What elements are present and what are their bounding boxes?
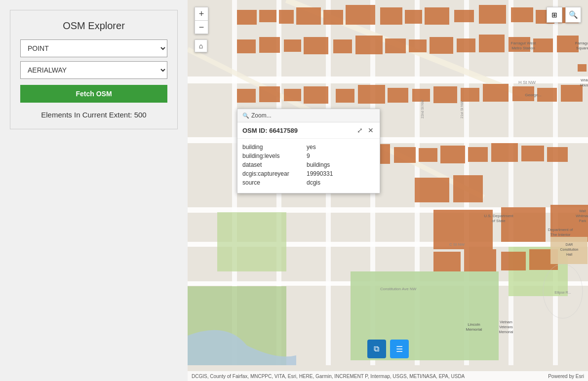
svg-text:C St NW: C St NW [449,242,465,247]
popup-header: OSM ID: 66417589 ⤢ ✕ [237,122,380,139]
svg-rect-30 [479,5,506,24]
svg-rect-73 [521,146,544,161]
popup-row-value: dcgis [307,179,320,186]
svg-rect-78 [415,178,449,202]
popup-close-button[interactable]: ✕ [367,126,375,134]
svg-rect-68 [394,147,416,163]
svg-rect-82 [501,252,526,270]
svg-rect-23 [296,7,321,25]
popup-row-key: building:levels [242,152,307,159]
svg-text:Memorial: Memorial [466,327,482,332]
fetch-osm-button[interactable]: Fetch OSM [20,85,167,103]
svg-text:White: White [581,78,588,82]
sidebar-panel: OSM Explorer POINT LINE POLYGON AERIALWA… [10,10,178,129]
osm-type-select[interactable]: AERIALWAY BUILDING HIGHWAY WATERWAY LAND… [20,61,167,79]
svg-rect-26 [380,7,402,25]
svg-text:Constitution Ave NW: Constitution Ave NW [380,287,417,291]
svg-rect-12 [509,0,513,365]
popup-row: dcgis:captureyear19990331 [242,169,375,178]
svg-rect-38 [333,39,352,53]
geometry-type-select[interactable]: POINT LINE POLYGON [20,39,167,57]
svg-rect-41 [409,39,427,52]
popup-row: building:levels9 [242,152,375,160]
layers-icon: ⧉ [374,344,379,353]
svg-rect-39 [355,36,383,54]
svg-text:Whitman: Whitman [576,214,588,218]
svg-text:H St NW: H St NW [518,80,536,85]
attribution-text: DCGIS, County of Fairfax, MNCPPC, VITA, … [192,374,465,379]
svg-text:The Interior: The Interior [550,232,571,237]
sidebar: OSM Explorer POINT LINE POLYGON AERIALWA… [0,0,188,381]
svg-rect-22 [279,10,294,24]
popup-row-key: dcgis:captureyear [242,170,307,177]
svg-text:Department of: Department of [548,228,573,232]
svg-text:DAR: DAR [566,243,573,246]
popup-zoom-bar: 🔍 Zoom... [237,109,380,122]
svg-text:22nd St NW: 22nd St NW [421,100,424,118]
home-icon: ⌂ [199,42,203,50]
svg-rect-25 [346,5,375,25]
svg-rect-40 [385,38,406,53]
popup-expand-button[interactable]: ⤢ [356,126,364,134]
popup-row-value: yes [307,144,316,151]
zoom-out-button[interactable]: − [195,21,208,34]
svg-text:Memorial: Memorial [499,330,513,334]
svg-rect-79 [453,175,483,202]
svg-rect-13 [553,0,558,365]
popup-row-value: 9 [307,152,310,159]
svg-text:Lincoln: Lincoln [468,322,480,327]
svg-rect-61 [561,85,583,102]
search-icon: 🔍 [569,10,578,19]
zoom-search-icon: 🔍 [242,113,249,119]
osm-type-wrapper: AERIALWAY BUILDING HIGHWAY WATERWAY LAND… [20,61,167,79]
svg-text:U.S. Department: U.S. Department [484,214,513,218]
zoom-in-button[interactable]: + [195,7,208,20]
svg-text:Farragut: Farragut [575,41,588,45]
svg-text:Hall: Hall [566,253,573,256]
map-container[interactable]: H St NW C St NW Constitution Ave NW H St… [188,0,588,381]
popup-row-key: dataset [242,161,307,168]
svg-rect-31 [511,7,533,22]
zoom-controls: + − [195,7,208,34]
bottom-controls: ⧉ ☰ [367,340,409,358]
svg-rect-42 [430,37,453,54]
svg-rect-19 [217,212,286,271]
svg-rect-70 [440,146,465,163]
popup-row-key: source [242,179,307,186]
popup-row-key: building [242,144,307,151]
svg-rect-20 [237,10,257,25]
svg-text:Park: Park [579,219,587,223]
svg-rect-58 [483,84,509,102]
svg-rect-74 [547,147,568,162]
grid-icon: ⊞ [551,11,557,19]
svg-rect-24 [323,10,343,25]
popup-controls: ⤢ ✕ [356,126,375,134]
list-button[interactable]: ☰ [390,340,409,358]
svg-rect-48 [237,89,256,103]
svg-rect-69 [419,148,437,162]
popup-zoom-label[interactable]: Zoom... [251,112,272,119]
svg-rect-57 [461,88,479,102]
grid-button[interactable]: ⊞ [547,7,562,23]
popup-row: datasetbuildings [242,160,375,169]
svg-text:Constitution: Constitution [560,248,579,251]
svg-rect-50 [284,89,301,101]
svg-rect-55 [412,89,430,102]
elements-count-label: Elements In Current Extent: 500 [20,111,167,119]
powered-by-text: Powered by Esri [548,374,584,379]
popup-row-value: buildings [307,161,330,168]
svg-rect-72 [491,143,518,162]
popup-row-value: 19990331 [307,170,333,177]
home-button[interactable]: ⌂ [195,39,207,52]
svg-rect-36 [284,39,301,52]
svg-rect-116 [578,64,587,72]
svg-rect-37 [304,37,328,54]
search-button[interactable]: 🔍 [565,7,581,23]
svg-rect-52 [336,89,354,103]
map-attribution: DCGIS, County of Fairfax, MNCPPC, VITA, … [188,371,588,381]
popup-row: buildingyes [242,143,375,152]
svg-rect-71 [468,147,488,162]
svg-text:Metro Station: Metro Station [511,46,535,50]
layers-button[interactable]: ⧉ [367,340,386,358]
svg-rect-49 [259,86,280,102]
